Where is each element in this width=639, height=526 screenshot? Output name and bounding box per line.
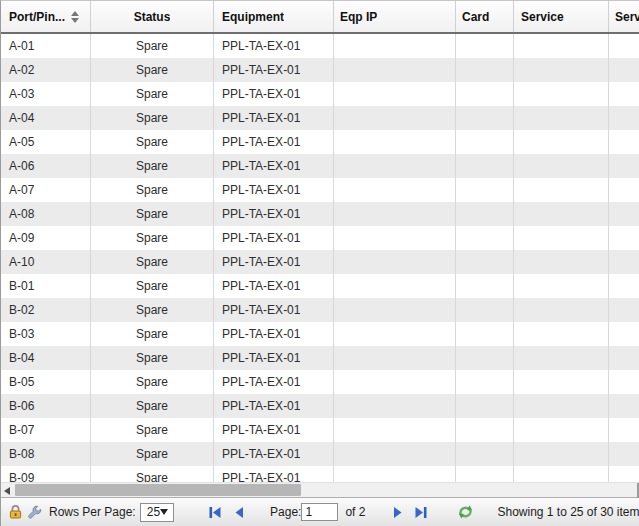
cell-port: A-01 bbox=[1, 34, 91, 58]
lock-button[interactable] bbox=[8, 504, 23, 520]
wrench-icon bbox=[27, 504, 43, 520]
wrench-button[interactable] bbox=[27, 504, 43, 520]
next-page-button[interactable] bbox=[392, 506, 404, 519]
cell-service bbox=[514, 226, 609, 250]
column-header-label: Status bbox=[134, 10, 171, 24]
cell-service2 bbox=[609, 274, 639, 298]
table-row[interactable]: B-09SparePPL-TA-EX-01 bbox=[1, 466, 639, 482]
cell-card bbox=[456, 58, 514, 82]
scroll-left-button[interactable] bbox=[4, 486, 12, 495]
cell-eqp_ip bbox=[334, 250, 456, 274]
cell-port: A-05 bbox=[1, 130, 91, 154]
table-row[interactable]: A-10SparePPL-TA-EX-01 bbox=[1, 250, 639, 274]
cell-service2 bbox=[609, 322, 639, 346]
cell-equipment: PPL-TA-EX-01 bbox=[214, 82, 334, 106]
table-row[interactable]: A-09SparePPL-TA-EX-01 bbox=[1, 226, 639, 250]
table-row[interactable]: A-01SparePPL-TA-EX-01 bbox=[1, 34, 639, 58]
cell-service bbox=[514, 178, 609, 202]
cell-equipment: PPL-TA-EX-01 bbox=[214, 58, 334, 82]
table-row[interactable]: B-06SparePPL-TA-EX-01 bbox=[1, 394, 639, 418]
cell-service2 bbox=[609, 202, 639, 226]
column-header-status[interactable]: Status bbox=[91, 1, 214, 32]
cell-card bbox=[456, 394, 514, 418]
cell-service bbox=[514, 34, 609, 58]
cell-card bbox=[456, 298, 514, 322]
grid-header: Port/Pin...StatusEquipmentEqp IPCardServ… bbox=[1, 1, 639, 34]
column-header-service[interactable]: Service bbox=[514, 1, 609, 32]
cell-status: Spare bbox=[91, 106, 214, 130]
horizontal-scrollbar-thumb[interactable] bbox=[15, 484, 301, 496]
table-row[interactable]: A-08SparePPL-TA-EX-01 bbox=[1, 202, 639, 226]
cell-service2 bbox=[609, 466, 639, 482]
column-header-card[interactable]: Card bbox=[456, 1, 514, 32]
table-row[interactable]: A-02SparePPL-TA-EX-01 bbox=[1, 58, 639, 82]
column-header-label: Servi bbox=[615, 10, 639, 24]
table-row[interactable]: A-03SparePPL-TA-EX-01 bbox=[1, 82, 639, 106]
cell-eqp_ip bbox=[334, 466, 456, 482]
cell-equipment: PPL-TA-EX-01 bbox=[214, 370, 334, 394]
cell-port: B-04 bbox=[1, 346, 91, 370]
cell-service2 bbox=[609, 442, 639, 466]
cell-equipment: PPL-TA-EX-01 bbox=[214, 418, 334, 442]
table-row[interactable]: B-05SparePPL-TA-EX-01 bbox=[1, 370, 639, 394]
cell-service bbox=[514, 370, 609, 394]
cell-card bbox=[456, 106, 514, 130]
refresh-button[interactable] bbox=[457, 504, 474, 520]
cell-port: B-09 bbox=[1, 466, 91, 482]
cell-status: Spare bbox=[91, 466, 214, 482]
column-header-port[interactable]: Port/Pin... bbox=[1, 1, 91, 32]
column-header-label: Equipment bbox=[222, 10, 284, 24]
cell-eqp_ip bbox=[334, 58, 456, 82]
table-row[interactable]: B-03SparePPL-TA-EX-01 bbox=[1, 322, 639, 346]
pager-toolbar: Rows Per Page: 25 Page: of 2 bbox=[1, 497, 639, 526]
table-row[interactable]: B-07SparePPL-TA-EX-01 bbox=[1, 418, 639, 442]
cell-port: A-09 bbox=[1, 226, 91, 250]
cell-status: Spare bbox=[91, 298, 214, 322]
rows-per-page-select[interactable]: 25 bbox=[140, 503, 174, 522]
cell-eqp_ip bbox=[334, 298, 456, 322]
cell-eqp_ip bbox=[334, 106, 456, 130]
table-row[interactable]: B-04SparePPL-TA-EX-01 bbox=[1, 346, 639, 370]
column-header-equipment[interactable]: Equipment bbox=[214, 1, 334, 32]
refresh-icon bbox=[457, 504, 474, 520]
cell-service bbox=[514, 298, 609, 322]
cell-service bbox=[514, 82, 609, 106]
table-row[interactable]: A-06SparePPL-TA-EX-01 bbox=[1, 154, 639, 178]
first-page-button[interactable] bbox=[208, 506, 222, 519]
cell-equipment: PPL-TA-EX-01 bbox=[214, 202, 334, 226]
cell-service bbox=[514, 202, 609, 226]
cell-service bbox=[514, 58, 609, 82]
column-header-eqp_ip[interactable]: Eqp IP bbox=[334, 1, 456, 32]
cell-equipment: PPL-TA-EX-01 bbox=[214, 322, 334, 346]
table-row[interactable]: B-02SparePPL-TA-EX-01 bbox=[1, 298, 639, 322]
horizontal-scrollbar[interactable] bbox=[1, 482, 639, 497]
table-row[interactable]: B-08SparePPL-TA-EX-01 bbox=[1, 442, 639, 466]
cell-service2 bbox=[609, 298, 639, 322]
column-header-label: Port/Pin... bbox=[9, 10, 65, 24]
cell-eqp_ip bbox=[334, 442, 456, 466]
sort-icon[interactable] bbox=[71, 11, 79, 23]
cell-port: B-08 bbox=[1, 442, 91, 466]
page-number-input[interactable] bbox=[301, 503, 338, 521]
column-header-label: Card bbox=[462, 10, 489, 24]
cell-card bbox=[456, 466, 514, 482]
previous-page-button[interactable] bbox=[233, 506, 245, 519]
cell-card bbox=[456, 82, 514, 106]
cell-card bbox=[456, 346, 514, 370]
sort-desc-icon bbox=[71, 18, 79, 23]
cell-equipment: PPL-TA-EX-01 bbox=[214, 346, 334, 370]
rows-per-page-label: Rows Per Page: bbox=[49, 505, 136, 519]
cell-status: Spare bbox=[91, 58, 214, 82]
cell-service bbox=[514, 418, 609, 442]
cell-status: Spare bbox=[91, 322, 214, 346]
cell-service bbox=[514, 274, 609, 298]
table-row[interactable]: A-07SparePPL-TA-EX-01 bbox=[1, 178, 639, 202]
table-row[interactable]: B-01SparePPL-TA-EX-01 bbox=[1, 274, 639, 298]
cell-port: A-04 bbox=[1, 106, 91, 130]
cell-eqp_ip bbox=[334, 418, 456, 442]
column-header-service2[interactable]: Servi bbox=[609, 1, 639, 32]
last-page-button[interactable] bbox=[414, 506, 428, 519]
table-row[interactable]: A-05SparePPL-TA-EX-01 bbox=[1, 130, 639, 154]
table-row[interactable]: A-04SparePPL-TA-EX-01 bbox=[1, 106, 639, 130]
cell-eqp_ip bbox=[334, 82, 456, 106]
